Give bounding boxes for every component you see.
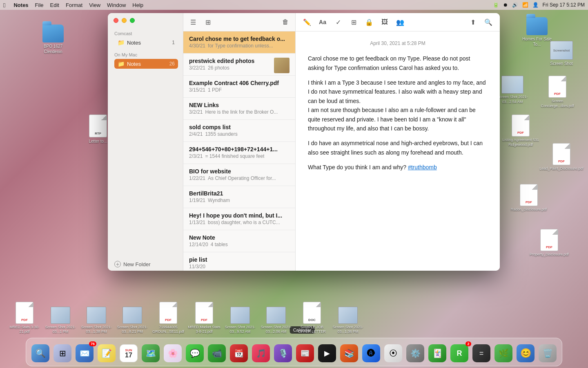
note-item-2[interactable]: Example Contract 406 Cherry.pdf 3/15/21 … <box>183 76 295 98</box>
dock-prefs[interactable]: ⚙️ <box>405 343 425 364</box>
dock-trash[interactable]: 🗑️ <box>537 343 558 364</box>
dock-fantastical2[interactable]: 🌿 <box>493 343 514 364</box>
note-item-preview-5: = 1544 finished square feet <box>205 153 264 159</box>
sidebar-item-comcast-notes[interactable]: 📁 Notes 1 <box>114 38 178 47</box>
dock-finder2[interactable]: 😊 <box>515 343 536 364</box>
note-item-0[interactable]: Carol chose me to get feedback o... 4/30… <box>183 31 295 54</box>
dock-robinhood[interactable]: R 2 <box>449 343 470 364</box>
desktop-icon-letter-label: Letter to... <box>89 139 107 144</box>
minimize-button[interactable] <box>122 18 127 23</box>
dock-appstore[interactable]: 🅐 <box>361 343 381 364</box>
sidebar-item-onmymac-notes[interactable]: 📁 Notes 26 <box>114 59 178 69</box>
grid-view-button[interactable]: ⊞ <box>202 16 214 28</box>
dock-podcasts[interactable]: 🎙️ <box>273 343 293 364</box>
note-item-preview-3: Here is the link for the Broker O... <box>205 109 278 115</box>
desktop-icon-radon[interactable]: PDF Radon_Disclosure.pdf <box>510 184 547 212</box>
dock-solitaire[interactable]: 🃏 <box>427 343 448 364</box>
bottom-file-4[interactable]: PDF 719944005 GROUN...SE11.pdf <box>152 302 185 334</box>
dock-books[interactable]: 📚 <box>339 343 359 364</box>
dock-mail[interactable]: ✉️ 76 <box>74 343 95 364</box>
compose-button[interactable]: ✏️ <box>301 16 313 28</box>
dock-music[interactable]: 🎵 <box>251 343 271 364</box>
dock-messages[interactable]: 💬 <box>185 343 205 364</box>
menubar-volume-icon[interactable]: 🔊 <box>512 2 518 8</box>
desktop-icon-homes[interactable]: Homes For Sale To... <box>519 17 555 47</box>
menubar-file[interactable]: File <box>35 2 44 8</box>
dock-calculator[interactable]: = <box>471 343 492 364</box>
bottom-file-7-label: Screen Shot 2021-03...2.06 AM <box>260 325 292 334</box>
list-view-button[interactable]: ☰ <box>187 16 199 28</box>
maximize-button[interactable] <box>130 18 135 23</box>
apple-menu[interactable]:  <box>3 2 5 9</box>
desktop-icon-bpo-label: BPO 1627 Clendenin <box>37 44 69 54</box>
hashtag-link[interactable]: #truthbomb <box>408 164 437 171</box>
note-item-date-2: 3/15/21 <box>189 87 205 93</box>
notes-list-toolbar: ☰ ⊞ 🗑 <box>183 13 295 31</box>
bottom-file-1[interactable]: Screen Shot 2021-03...1 PM <box>44 307 77 334</box>
checklist-button[interactable]: ✓ <box>332 16 344 28</box>
bottom-file-8[interactable]: DOC SAMPLE JOB OFFER LETTER <box>296 302 328 334</box>
menubar-edit[interactable]: Edit <box>50 2 59 8</box>
notes-body: Comcast 📁 Notes 1 On My Mac 📁 Notes 26 +… <box>108 13 500 271</box>
desktop-icon-listing[interactable]: PDF Listing Agreement 531 Ridgewood.pdf <box>502 114 539 147</box>
desktop-icon-leadpaint[interactable]: PDF Lead_Paint_Disclosure.pdf <box>543 143 580 171</box>
search-button[interactable]: 🔍 <box>483 16 494 28</box>
note-item-title-7: BertilBrita21 <box>189 190 290 197</box>
delete-button[interactable]: 🗑 <box>280 16 291 28</box>
bottom-file-9-label: Screen Shot 2021-03...1.36 PM <box>332 325 364 334</box>
note-paragraph-0: Carol chose me to get feedback on my Typ… <box>308 54 488 72</box>
note-item-5[interactable]: 294+546+70+80+198+72+144+1... 2/3/21 = 1… <box>183 142 295 164</box>
note-item-8[interactable]: Hey! I hope you don't mind, but I... 1/1… <box>183 208 295 230</box>
share-button[interactable]: ⬆ <box>467 16 479 28</box>
desktop-icon-bpo[interactable]: BPO 1627 Clendenin <box>37 25 69 54</box>
menubar-format[interactable]: Format <box>66 2 82 8</box>
dock-calendar[interactable]: SUN 17 <box>118 343 139 364</box>
bottom-file-2[interactable]: Screen Shot 2021-03...1.38 PM <box>80 307 113 334</box>
dock-tv[interactable]: ▶ <box>317 343 337 364</box>
note-item-4[interactable]: sold comps list 2/4/21 1355 saunders <box>183 120 295 142</box>
close-button[interactable] <box>114 18 118 23</box>
menubar:  Notes File Edit Format View Window Hel… <box>0 0 588 10</box>
bottom-file-3[interactable]: Screen Shot 2021-03...8.21 PM <box>116 307 149 334</box>
menubar-view[interactable]: View <box>89 2 100 8</box>
note-item-10[interactable]: pie list 11/3/20 <box>183 252 295 271</box>
menubar-help[interactable]: Help <box>132 2 143 8</box>
folder-active-icon: 📁 <box>118 61 125 67</box>
desktop-icon-propdisclosure[interactable]: PDF Property_Disclosure.pdf <box>531 229 568 257</box>
note-item-7[interactable]: BertilBrita21 1/19/21 Wyndham <box>183 186 295 208</box>
note-item-title-10: pie list <box>189 256 290 263</box>
note-body: April 30, 2021 at 5:28 PM Carol chose me… <box>296 31 500 271</box>
bottom-file-0[interactable]: PDF MRED Stats 3-30-21.pdf <box>8 302 41 334</box>
bottom-file-6[interactable]: Screen Shot 2021-03...9.52 AM <box>224 307 256 334</box>
format-button[interactable]: Aa <box>317 16 328 28</box>
note-item-title-1: prestwick edited photos <box>189 58 271 64</box>
dock-chrome[interactable]: ⦿ <box>383 343 403 364</box>
dock-facetime[interactable]: 📹 <box>207 343 227 364</box>
bottom-file-5[interactable]: PDF MRED Market Stats 3-8-21.pdf <box>188 302 220 334</box>
dock-fantastical[interactable]: 📆 <box>229 343 249 364</box>
dock-notes[interactable]: 📝 <box>96 343 117 364</box>
menubar-window[interactable]: Window <box>107 2 126 8</box>
note-item-1[interactable]: prestwick edited photos 3/22/21 26 photo… <box>183 54 295 76</box>
table-button[interactable]: ⊞ <box>348 16 359 28</box>
dock-finder[interactable]: 🔍 <box>30 343 51 364</box>
menubar-app-name[interactable]: Notes <box>13 2 28 8</box>
dock-maps[interactable]: 🗺️ <box>140 343 161 364</box>
dock-launchpad[interactable]: ⊞ <box>52 343 73 364</box>
bottom-file-9[interactable]: Screen Shot 2021-03...1.36 PM <box>332 307 364 334</box>
new-folder-button[interactable]: + New Folder <box>108 258 183 271</box>
dock: 🔍 ⊞ ✉️ 76 📝 SUN 17 🗺️ 🌸 <box>26 338 562 366</box>
bottom-file-7[interactable]: Screen Shot 2021-03...2.06 AM <box>260 307 292 334</box>
desktop-icon-concierge[interactable]: PDF Screen Concierge...dors.pdf <box>539 76 576 108</box>
note-item-title-6: BIO for website <box>189 168 290 175</box>
note-item-9[interactable]: New Note 12/14/20 4 tables <box>183 230 295 252</box>
note-item-6[interactable]: BIO for website 1/22/21 As Chief Operati… <box>183 164 295 186</box>
sidebar-item-onmymac-notes-count: 26 <box>169 61 175 67</box>
note-item-3[interactable]: NEW Links 3/2/21 Here is the link for th… <box>183 98 295 120</box>
lock-button[interactable]: 🔒 <box>363 16 375 28</box>
media-button[interactable]: 🖼 <box>379 16 390 28</box>
dock-photos[interactable]: 🌸 <box>163 343 183 364</box>
dock-news[interactable]: 📰 <box>295 343 315 364</box>
menubar-wifi-icon[interactable]: 📶 <box>522 2 528 8</box>
collab-button[interactable]: 👥 <box>394 16 406 28</box>
